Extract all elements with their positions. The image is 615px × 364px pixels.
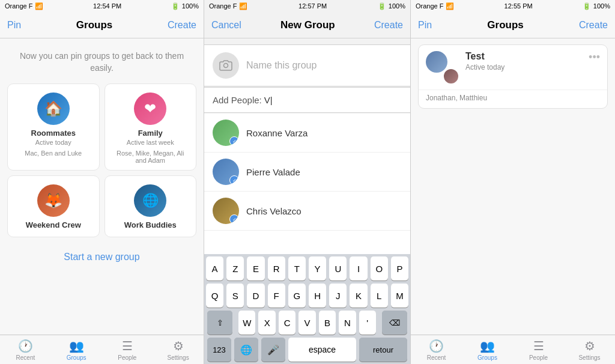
add-people-input[interactable]: V| xyxy=(264,95,273,105)
contact-name-roxanne: Roxanne Varza xyxy=(246,128,308,138)
create-button-left[interactable]: Create xyxy=(168,20,196,31)
tab-groups-right[interactable]: 👥 Groups xyxy=(462,335,513,364)
pin-button-left[interactable]: Pin xyxy=(7,20,21,31)
key-o[interactable]: O xyxy=(371,256,388,281)
battery-left: 100% xyxy=(182,2,199,10)
group-card-family[interactable]: ❤ Family Active last week Rose, Mike, Me… xyxy=(105,83,197,171)
tab-recent-left[interactable]: 🕐 Recent xyxy=(0,335,51,364)
signal-icon-right: 📶 xyxy=(446,2,454,10)
group-card-weekend[interactable]: 🦊 Weekend Crew xyxy=(7,175,100,237)
signal-icon-middle: 📶 xyxy=(239,2,247,10)
svg-point-0 xyxy=(224,64,228,68)
key-e[interactable]: E xyxy=(247,256,264,281)
start-new-group-button[interactable]: Start a new group xyxy=(0,244,204,270)
key-h[interactable]: H xyxy=(309,284,326,308)
key-apostrophe[interactable]: ' xyxy=(359,311,376,335)
gear-icon-right: ⚙ xyxy=(584,339,595,353)
globe-key[interactable]: 🌐 xyxy=(234,338,258,362)
numbers-key[interactable]: 123 xyxy=(207,338,231,362)
key-m[interactable]: M xyxy=(391,284,408,308)
key-b[interactable]: B xyxy=(319,311,336,335)
tab-settings-right[interactable]: ⚙ Settings xyxy=(564,335,615,364)
shift-key[interactable]: ⇧ xyxy=(207,311,232,335)
camera-button[interactable] xyxy=(213,52,239,79)
battery-icon-middle: 🔋 xyxy=(378,2,386,10)
group-name-family: Family xyxy=(138,129,163,138)
create-button-middle[interactable]: Create xyxy=(374,20,403,31)
mic-key[interactable]: 🎤 xyxy=(261,338,285,362)
tab-label-settings-right: Settings xyxy=(578,354,600,361)
delete-key[interactable]: ⌫ xyxy=(382,311,407,335)
avatar-chris xyxy=(213,198,239,224)
clock-icon-left: 🕐 xyxy=(18,339,33,353)
group-name-roommates: Roommates xyxy=(31,129,76,138)
tab-settings-left[interactable]: ⚙ Settings xyxy=(153,335,204,364)
messenger-badge-pierre xyxy=(229,175,239,185)
name-group-section: Name this group xyxy=(204,44,410,86)
tab-label-recent-right: Recent xyxy=(427,354,446,361)
key-z[interactable]: Z xyxy=(226,256,244,281)
key-x[interactable]: X xyxy=(258,311,275,335)
battery-icon-right: 🔋 xyxy=(583,2,591,10)
contact-item-chris[interactable]: Chris Velazco xyxy=(204,192,410,231)
battery-icon-left: 🔋 xyxy=(171,2,180,10)
nav-title-right: Groups xyxy=(487,19,523,31)
group-card-workbuddies[interactable]: 🌐 Work Buddies xyxy=(105,175,197,237)
key-y[interactable]: Y xyxy=(309,256,326,281)
right-panel: Orange F 📶 12:55 PM 🔋 100% Pin Groups Cr… xyxy=(411,0,615,364)
cancel-button[interactable]: Cancel xyxy=(211,20,241,31)
return-key[interactable]: retour xyxy=(359,338,407,362)
create-button-right[interactable]: Create xyxy=(579,20,608,31)
key-g[interactable]: G xyxy=(288,284,306,308)
key-s[interactable]: S xyxy=(226,284,244,308)
key-r[interactable]: R xyxy=(268,256,285,281)
tab-bar-left: 🕐 Recent 👥 Groups ☰ People ⚙ Settings xyxy=(0,335,204,364)
key-w[interactable]: W xyxy=(238,311,255,335)
camera-icon xyxy=(219,60,232,71)
key-u[interactable]: U xyxy=(329,256,347,281)
group-detail-card[interactable]: Test Active today ••• Jonathan, Matthieu xyxy=(418,44,608,109)
key-n[interactable]: N xyxy=(339,311,356,335)
keyboard-row-1: A Z E R T Y U I O P xyxy=(206,256,408,281)
tab-people-right[interactable]: ☰ People xyxy=(513,335,564,364)
group-detail-name: Test xyxy=(465,51,589,62)
key-f[interactable]: F xyxy=(268,284,285,308)
left-panel: Orange F 📶 12:54 PM 🔋 100% Pin Groups Cr… xyxy=(0,0,204,364)
battery-middle: 100% xyxy=(389,2,405,10)
key-q[interactable]: Q xyxy=(206,284,223,308)
tab-label-people-left: People xyxy=(118,354,136,361)
group-card-roommates[interactable]: 🏠 Roommates Active today Mac, Ben and Lu… xyxy=(7,83,100,171)
keyboard: A Z E R T Y U I O P Q S D F G H J K L M … xyxy=(204,254,410,364)
tab-groups-left[interactable]: 👥 Groups xyxy=(51,335,102,364)
pin-button-right[interactable]: Pin xyxy=(418,20,432,31)
key-l[interactable]: L xyxy=(371,284,388,308)
key-d[interactable]: D xyxy=(247,284,264,308)
group-members-family: Rose, Mike, Megan, Ali and Adam xyxy=(111,150,190,164)
tab-people-left[interactable]: ☰ People xyxy=(102,335,153,364)
contact-item-roxanne[interactable]: Roxanne Varza xyxy=(204,114,410,153)
group-options-button[interactable]: ••• xyxy=(589,51,600,64)
name-group-input[interactable]: Name this group xyxy=(246,60,402,71)
time-middle: 12:57 PM xyxy=(298,2,327,10)
key-k[interactable]: K xyxy=(350,284,367,308)
key-i[interactable]: I xyxy=(350,256,367,281)
key-a[interactable]: A xyxy=(206,256,223,281)
key-t[interactable]: T xyxy=(288,256,306,281)
key-v[interactable]: V xyxy=(298,311,315,335)
key-c[interactable]: C xyxy=(279,311,295,335)
contact-item-pierre[interactable]: Pierre Valade xyxy=(204,153,410,192)
space-key[interactable]: espace xyxy=(288,338,356,362)
avatar-workbuddies: 🌐 xyxy=(134,184,166,217)
tab-label-groups-left: Groups xyxy=(67,354,86,361)
people-icon-left: ☰ xyxy=(122,339,133,353)
status-bar-middle: Orange F 📶 12:57 PM 🔋 100% xyxy=(204,0,410,12)
cluster-avatar-1 xyxy=(426,51,447,73)
tab-recent-right[interactable]: 🕐 Recent xyxy=(411,335,462,364)
key-j[interactable]: J xyxy=(329,284,347,308)
key-p[interactable]: P xyxy=(391,256,408,281)
nav-title-left: Groups xyxy=(76,19,112,31)
tab-label-recent-left: Recent xyxy=(16,354,35,361)
gear-icon-left: ⚙ xyxy=(173,339,184,353)
keyboard-row-3: ⇧ W X C V B N ' ⌫ xyxy=(206,311,408,335)
avatar-pierre xyxy=(213,159,239,185)
